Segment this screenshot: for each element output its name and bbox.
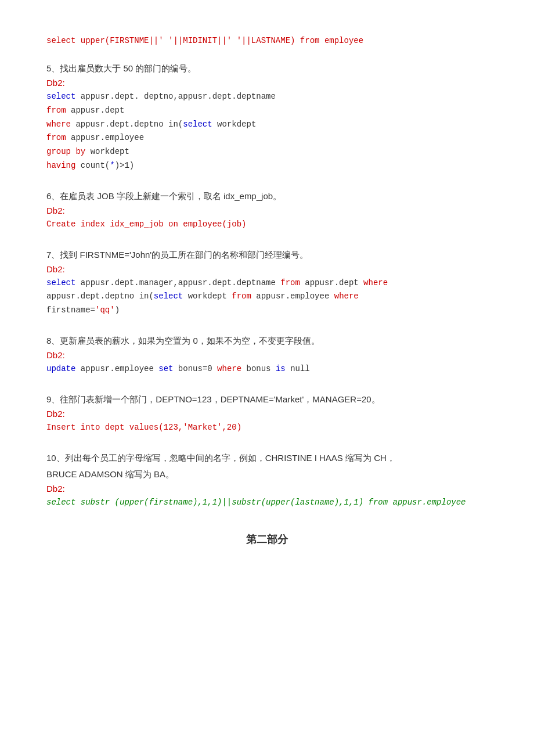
- q7-plain1: appusr.dept.manager,appusr.dept.deptname: [75, 278, 280, 287]
- q5-line6: having count(*)>1): [46, 159, 488, 173]
- q6-question: 6、在雇员表 JOB 字段上新建一个索引，取名 idx_emp_job。: [46, 189, 488, 203]
- q5-kw2: from: [46, 106, 66, 115]
- q5-plain8: )>1): [115, 161, 135, 170]
- q5-kw4: select: [183, 120, 212, 129]
- q7-val: 'qq': [95, 305, 115, 315]
- q7-plain5: appusr.employee: [251, 291, 334, 301]
- q9-section: 9、往部门表新增一个部门，DEPTNO=123，DEPTNAME='Market…: [46, 393, 488, 435]
- q10-question1: 10、列出每个员工的字母缩写，忽略中间的名字，例如，CHRISTINE I HA…: [46, 451, 488, 465]
- q5-question: 5、找出雇员数大于 50 的部门的编号。: [46, 62, 488, 75]
- q6-section: 6、在雇员表 JOB 字段上新建一个索引，取名 idx_emp_job。 Db2…: [46, 189, 488, 232]
- q7-kw4: select: [154, 291, 183, 301]
- q10-db2: Db2:: [46, 484, 488, 494]
- q8-null: null: [286, 364, 310, 373]
- q5-line2: from appusr.dept: [46, 104, 488, 118]
- top-code-section: select upper(FIRSTNME||' '||MIDINIT||' '…: [46, 35, 488, 45]
- q7-question: 7、找到 FIRSTNME='John'的员工所在部门的名称和部门经理编号。: [46, 248, 488, 262]
- q5-line1: select appusr.dept. deptno,appusr.dept.d…: [46, 90, 488, 104]
- q8-set: set: [158, 364, 173, 373]
- q7-section: 7、找到 FIRSTNME='John'的员工所在部门的名称和部门经理编号。 D…: [46, 248, 488, 318]
- q5-section: 5、找出雇员数大于 50 的部门的编号。 Db2: select appusr.…: [46, 62, 488, 173]
- q7-kw3: where: [363, 278, 388, 287]
- q5-line3: where appusr.dept.deptno in(select workd…: [46, 118, 488, 132]
- q5-plain3: appusr.dept.deptno: [71, 120, 168, 129]
- q5-line4: from appusr.employee: [46, 131, 488, 145]
- section2-title: 第二部分: [46, 532, 488, 546]
- q10-question2: BRUCE ADAMSON 缩写为 BA。: [46, 467, 488, 481]
- q8-section: 8、更新雇员表的薪水，如果为空置为 0，如果不为空，不变更字段值。 Db2: u…: [46, 334, 488, 376]
- q7-kw6: where: [334, 291, 359, 301]
- q5-kw7: by: [75, 147, 85, 156]
- q9-db2: Db2:: [46, 409, 488, 419]
- q9-code-text: Insert into dept values(123,'Market',20): [46, 423, 241, 432]
- q7-line1: select appusr.dept.manager,appusr.dept.d…: [46, 276, 488, 290]
- q5-db2: Db2:: [46, 78, 488, 88]
- q6-code: Create index idx_emp_job on employee(job…: [46, 218, 488, 232]
- q7-kw1: select: [46, 278, 75, 287]
- q5-plain6: workdept: [85, 147, 129, 156]
- q7-plain3: appusr.dept.deptno: [46, 291, 139, 301]
- q8-where: where: [217, 364, 241, 373]
- q10-code: select substr (upper(firstname),1,1)||su…: [46, 496, 488, 510]
- q5-plain5: appusr.employee: [66, 133, 144, 142]
- q8-code: update appusr.employee set bonus=0 where…: [46, 362, 488, 376]
- q5-plain2: appusr.dept: [66, 106, 125, 115]
- q7-plain4: workdept: [183, 291, 232, 301]
- q9-code: Insert into dept values(123,'Market',20): [46, 421, 488, 435]
- q5-kw8: having: [46, 161, 75, 170]
- q5-plain1: appusr.dept. deptno,appusr.dept.deptname: [75, 92, 275, 101]
- q7-code: select appusr.dept.manager,appusr.dept.d…: [46, 276, 488, 318]
- q5-plain7: count(: [75, 161, 110, 170]
- q5-kw1: select: [46, 92, 75, 101]
- q5-kw5: from: [46, 133, 66, 142]
- q8-is: is: [276, 364, 286, 373]
- q5-plain4: workdept: [212, 120, 257, 129]
- q8-update: update: [46, 364, 75, 373]
- q5-in: in(: [168, 120, 183, 129]
- q7-in: in(: [139, 291, 154, 301]
- q8-db2: Db2:: [46, 350, 488, 360]
- top-code: select upper(FIRSTNME||' '||MIDINIT||' '…: [46, 36, 363, 45]
- q9-question: 9、往部门表新增一个部门，DEPTNO=123，DEPTNAME='Market…: [46, 393, 488, 406]
- q8-plain1: appusr.employee: [75, 364, 158, 373]
- q5-code: select appusr.dept. deptno,appusr.dept.d…: [46, 90, 488, 173]
- q8-plain3: bonus: [241, 364, 276, 373]
- q6-db2: Db2:: [46, 206, 488, 215]
- q7-paren: ): [115, 305, 120, 315]
- q7-kw2: from: [280, 278, 300, 287]
- q5-kw3: where: [46, 120, 71, 129]
- q7-kw5: from: [232, 291, 251, 301]
- q5-kw6: group: [46, 147, 71, 156]
- q5-line5: group by workdept: [46, 145, 488, 159]
- q6-code-text: Create index idx_emp_job on employee(job…: [46, 219, 246, 229]
- q7-line2: appusr.dept.deptno in(select workdept fr…: [46, 290, 488, 304]
- q5-star: *: [110, 161, 114, 170]
- q10-section: 10、列出每个员工的字母缩写，忽略中间的名字，例如，CHRISTINE I HA…: [46, 451, 488, 510]
- q7-db2: Db2:: [46, 264, 488, 274]
- q7-plain6: firstname=: [46, 305, 95, 315]
- q7-plain2: appusr.dept: [300, 278, 363, 287]
- q10-code-text: select substr (upper(firstname),1,1)||su…: [46, 498, 466, 507]
- q8-plain2: bonus=0: [173, 364, 217, 373]
- q8-question: 8、更新雇员表的薪水，如果为空置为 0，如果不为空，不变更字段值。: [46, 334, 488, 348]
- q7-line3: firstname='qq'): [46, 304, 488, 318]
